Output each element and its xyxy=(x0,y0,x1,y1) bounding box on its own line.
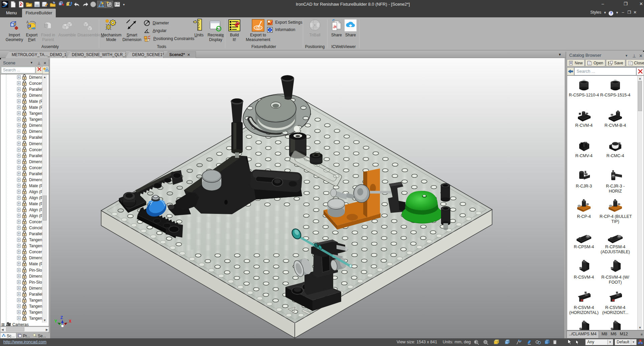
svg-text:i: i xyxy=(269,28,270,32)
svg-text:Y: Y xyxy=(54,319,57,324)
svg-text:.js: .js xyxy=(333,25,337,28)
svg-text:A: A xyxy=(26,20,29,24)
svg-text:X: X xyxy=(69,319,71,324)
svg-text:Z: Z xyxy=(60,315,63,320)
